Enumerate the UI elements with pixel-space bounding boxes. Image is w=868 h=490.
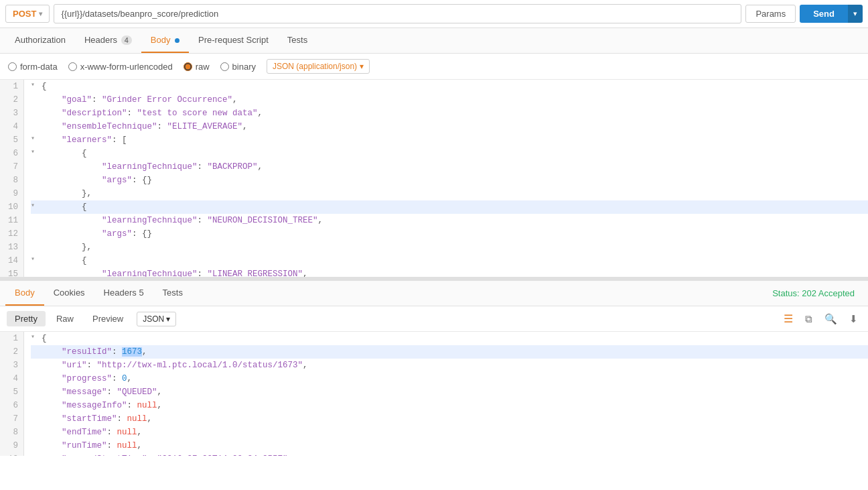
body-dot — [175, 38, 179, 43]
res-line-4: "progress": 0, — [31, 372, 868, 385]
req-line-11: "learningTechnique": "NEURON_DECISION_TR… — [31, 214, 868, 227]
preview-button[interactable]: Preview — [84, 311, 131, 326]
req-line-7: "learningTechnique": "BACKPROP", — [31, 160, 868, 174]
send-dropdown-button[interactable]: ▾ — [848, 5, 863, 23]
req-line-14: ▾ { — [31, 254, 868, 267]
request-tab-bar: Authorization Headers 4 Body Pre-request… — [0, 28, 868, 54]
req-line-1: ▾{ — [31, 80, 868, 93]
res-line-5: "message": "QUEUED", — [31, 385, 868, 399]
res-line-7: "startTime": null, — [31, 412, 868, 426]
res-line-1: ▾{ — [31, 332, 868, 345]
send-button-group: Send ▾ — [800, 5, 863, 23]
req-line-4: "ensembleTechnique": "ELITE_AVERAGE", — [31, 120, 868, 133]
url-encoded-option[interactable]: x-www-form-urlencoded — [68, 62, 173, 72]
res-line-9: "runTime": null, — [31, 439, 868, 452]
res-line-6: "messageInfo": null, — [31, 399, 868, 412]
response-line-numbers: 12345 678910 1112 — [0, 332, 24, 456]
res-line-2: "resultId": 1673, — [31, 345, 868, 359]
json-select-chevron-icon: ▾ — [360, 62, 364, 71]
headers-badge: 4 — [121, 36, 132, 45]
search-icon[interactable]: 🔍 — [821, 311, 841, 327]
res-line-3: "uri": "http://twx-ml.ptc.local/1.0/stat… — [31, 359, 868, 372]
req-line-12: "args": {} — [31, 227, 868, 241]
res-line-8: "endTime": null, — [31, 426, 868, 439]
raw-button[interactable]: Raw — [48, 311, 82, 326]
response-tab-bar: Body Cookies Headers 5 Tests Status: 202… — [0, 281, 868, 306]
req-line-8: "args": {} — [31, 174, 868, 187]
binary-option[interactable]: binary — [220, 62, 256, 72]
tab-tests[interactable]: Tests — [278, 28, 317, 53]
response-format-bar: Pretty Raw Preview JSON ▾ ☰ ⧉ 🔍 ⬇ — [0, 306, 868, 332]
json-format-select[interactable]: JSON ▾ — [137, 312, 176, 326]
req-line-15: "learningTechnique": "LINEAR_REGRESSION"… — [31, 267, 868, 281]
req-line-3: "description": "test to score new data", — [31, 107, 868, 120]
req-line-5: ▾ "learners": [ — [31, 133, 868, 147]
raw-option[interactable]: raw — [184, 62, 210, 72]
request-editor[interactable]: 12345 678910 1112131415 1617181920 2122 … — [0, 80, 868, 281]
tab-authorization[interactable]: Authorization — [5, 28, 75, 53]
method-label: POST — [13, 9, 36, 19]
req-line-6: ▾ { — [31, 147, 868, 160]
response-section: Body Cookies Headers 5 Tests Status: 202… — [0, 281, 868, 456]
request-code-block: 12345 678910 1112131415 1617181920 2122 … — [0, 80, 868, 281]
request-line-numbers: 12345 678910 1112131415 1617181920 2122 — [0, 80, 24, 281]
tab-body[interactable]: Body — [141, 28, 189, 53]
response-tab-cookies[interactable]: Cookies — [44, 281, 94, 306]
method-chevron-icon: ▾ — [39, 10, 42, 17]
params-button[interactable]: Params — [745, 5, 796, 23]
send-button[interactable]: Send — [800, 5, 848, 23]
json-format-chevron-icon: ▾ — [166, 314, 170, 324]
json-type-select[interactable]: JSON (application/json) ▾ — [267, 59, 370, 74]
top-bar: POST ▾ Params Send ▾ — [0, 0, 868, 28]
res-line-10: "queuedStartTime": "2016-07-20T14:00:34.… — [31, 452, 868, 456]
request-code-lines: ▾{ "goal": "Grinder Error Occurrence", "… — [24, 80, 868, 281]
tab-headers[interactable]: Headers 4 — [75, 28, 141, 53]
response-icon-group: ☰ ⧉ 🔍 ⬇ — [780, 310, 861, 327]
method-dropdown[interactable]: POST ▾ — [5, 5, 50, 23]
tab-pre-request-script[interactable]: Pre-request Script — [189, 28, 278, 53]
response-code-lines: ▾{ "resultId": 1673, "uri": "http://twx-… — [24, 332, 868, 456]
req-line-10: ▾ { — [31, 200, 868, 214]
response-headers-badge: 5 — [139, 288, 143, 298]
url-input[interactable] — [54, 4, 741, 23]
response-code-block: 12345 678910 1112 ▾{ "resultId": 1673, "… — [0, 332, 868, 456]
wrap-icon[interactable]: ☰ — [780, 310, 796, 327]
response-tab-tests[interactable]: Tests — [153, 281, 192, 306]
req-line-2: "goal": "Grinder Error Occurrence", — [31, 93, 868, 107]
pretty-button[interactable]: Pretty — [7, 311, 46, 326]
response-tab-body[interactable]: Body — [5, 281, 44, 306]
copy-icon[interactable]: ⧉ — [802, 311, 816, 327]
form-data-option[interactable]: form-data — [8, 62, 58, 72]
response-tab-headers[interactable]: Headers 5 — [94, 281, 153, 306]
response-editor[interactable]: 12345 678910 1112 ▾{ "resultId": 1673, "… — [0, 332, 868, 456]
req-line-9: }, — [31, 187, 868, 200]
req-line-13: }, — [31, 241, 868, 254]
body-options-bar: form-data x-www-form-urlencoded raw bina… — [0, 54, 868, 80]
save-icon[interactable]: ⬇ — [846, 311, 861, 327]
status-badge: Status: 202 Accepted — [772, 288, 863, 298]
